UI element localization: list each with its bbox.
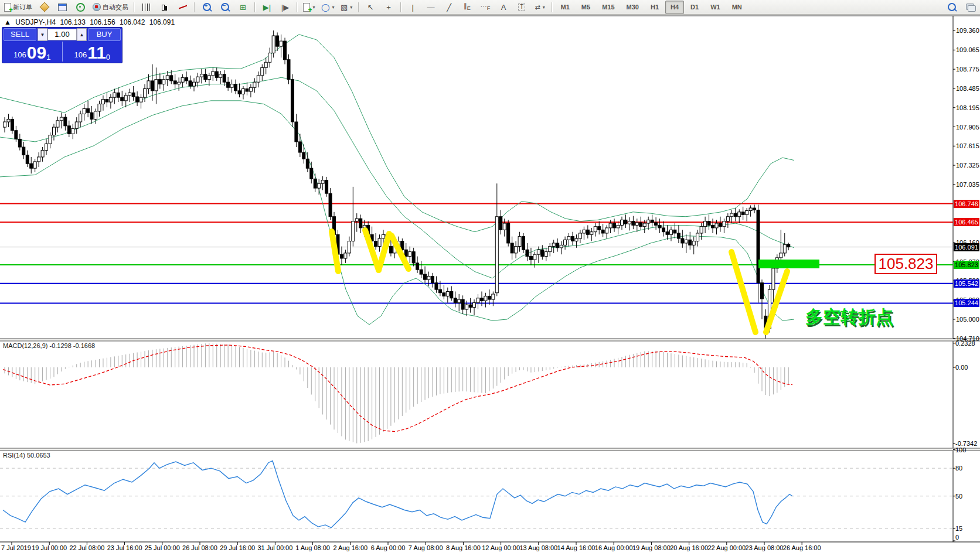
price-tick-label: 108.485: [956, 85, 979, 92]
price-tick-label: 108.775: [956, 66, 979, 73]
time-axis-label: 7 Aug 08:00: [409, 544, 443, 551]
one-click-trading-panel: SELL ▼ 1.00 ▲ BUY 106 09 1 106 11 0: [2, 27, 122, 63]
buy-price-pip: 0: [106, 54, 110, 60]
macd-scale-label: 0.00: [955, 364, 968, 371]
price-tick-label: 107.035: [956, 181, 979, 188]
time-axis-label: 8 Aug 16:00: [446, 544, 481, 551]
green-zone-rect: [758, 260, 819, 268]
time-axis-label: 6 Aug 00:00: [371, 544, 406, 551]
mt4-window: 新订单自动交易+−⊞▶||▶▾◯▾▧▾↖+|—╱∥E⋯FAT⇄▾M1M5M15M…: [0, 0, 980, 556]
collapse-arrow-icon[interactable]: ▲: [4, 18, 11, 26]
time-axis-label: 25 Jul 00:00: [145, 544, 180, 551]
time-axis-label: 26 Jul 08:00: [182, 544, 217, 551]
price-level-tag: 106.746: [954, 200, 979, 208]
volume-input[interactable]: 1.00: [47, 29, 77, 40]
volume-decrease-button[interactable]: ▼: [38, 28, 47, 41]
time-axis-label: 16 Aug 00:00: [595, 544, 633, 551]
price-level-tag: 105.823: [954, 261, 979, 269]
rsi-scale-label: 100: [955, 446, 966, 453]
buy-price[interactable]: 106 11 0: [63, 42, 122, 62]
symbol-ohlc-header: ▲ USDJPY-,H4 106.133 106.156 106.042 106…: [4, 18, 177, 26]
sell-price[interactable]: 106 09 1: [2, 42, 63, 62]
time-axis-label: 23 Jul 16:00: [107, 544, 142, 551]
price-annotation-box[interactable]: 105.823: [874, 254, 937, 274]
price-level-tag: 106.091: [954, 243, 979, 251]
price-tick-label: 107.325: [956, 162, 979, 169]
sell-price-pip: 1: [46, 54, 50, 60]
price-tick-label: 107.905: [956, 124, 979, 131]
sell-button[interactable]: SELL: [4, 28, 36, 41]
price-level-tag: 105.244: [954, 299, 979, 307]
volume-increase-button[interactable]: ▲: [77, 28, 87, 41]
price-tick-label: 107.615: [956, 142, 979, 149]
time-axis-label: 14 Aug 16:00: [557, 544, 596, 551]
time-axis-label: 7 Jul 2019: [1, 544, 31, 551]
turning-point-text[interactable]: 多空转折点: [805, 305, 893, 329]
macd-scale-label: 0.2328: [955, 340, 975, 347]
rsi-scale-label: 50: [955, 493, 962, 500]
time-axis-label: 13 Aug 08:00: [519, 544, 557, 551]
rsi-scale-label: 80: [955, 465, 962, 472]
time-axis-label: 20 Aug 16:00: [670, 544, 708, 551]
price-level-tag: 106.465: [954, 218, 979, 226]
time-axis-label: 19 Jul 00:00: [32, 544, 67, 551]
macd-label: MACD(12,26,9) -0.1298 -0.1668: [3, 342, 95, 349]
chart-canvas[interactable]: [0, 0, 980, 556]
rsi-scale-label: 0: [955, 534, 959, 541]
ohlc-close: 106.091: [149, 18, 175, 26]
sell-price-big: 09: [27, 45, 46, 60]
price-tick-label: 109.065: [956, 46, 979, 53]
ohlc-open: 106.133: [60, 18, 86, 26]
price-tick-label: 109.360: [956, 27, 979, 34]
buy-price-big: 11: [87, 45, 106, 60]
ohlc-high: 106.156: [90, 18, 115, 26]
time-axis-label: 31 Jul 00:00: [257, 544, 292, 551]
time-axis-label: 23 Aug 08:00: [746, 544, 784, 551]
rsi-scale-label: 15: [955, 525, 962, 532]
time-axis-label: 2 Aug 16:00: [333, 544, 368, 551]
rsi-label: RSI(14) 50.0653: [3, 452, 50, 459]
symbol-period: USDJPY-,H4: [15, 18, 56, 26]
time-axis-label: 1 Aug 08:00: [295, 544, 330, 551]
time-axis-label: 26 Aug 16:00: [783, 544, 821, 551]
time-axis-label: 12 Aug 00:00: [482, 544, 520, 551]
time-axis-label: 19 Aug 08:00: [632, 544, 671, 551]
time-axis-label: 22 Jul 08:00: [69, 544, 104, 551]
price-tick-label: 105.000: [956, 316, 979, 323]
buy-button[interactable]: BUY: [88, 28, 121, 41]
time-axis-label: 29 Jul 16:00: [220, 544, 255, 551]
price-tick-label: 108.195: [956, 104, 979, 111]
sell-price-base: 106: [13, 50, 26, 59]
time-axis-label: 22 Aug 00:00: [707, 544, 746, 551]
buy-price-base: 106: [74, 50, 87, 59]
ohlc-low: 106.042: [120, 18, 145, 26]
price-level-tag: 105.542: [954, 279, 979, 288]
